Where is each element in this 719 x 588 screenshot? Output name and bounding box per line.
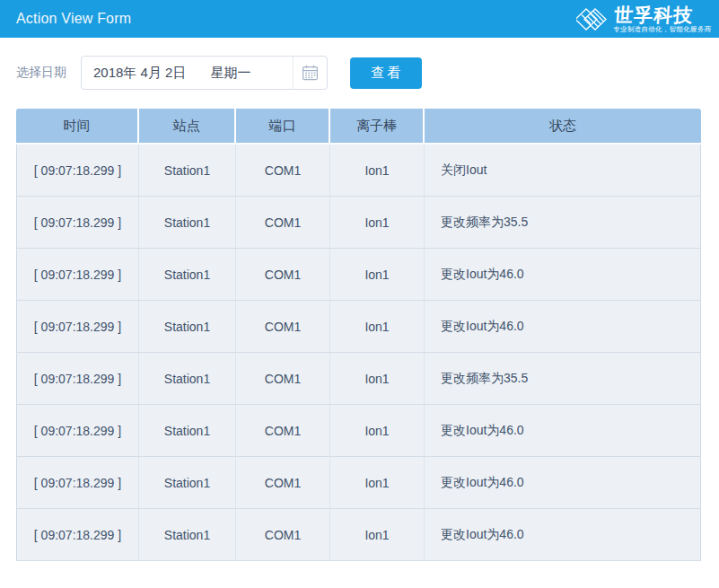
table-cell: COM1 [236,405,330,457]
calendar-button[interactable] [293,57,327,89]
brand-logo: 世孚科技 专业制造自动化，智能化服务商 [576,5,714,33]
table-cell: Ion1 [330,405,425,457]
table-cell: 更改Iout为46.0 [425,405,701,457]
action-log-table: 时间站点端口离子棒状态 [ 09:07:18.299 ]Station1COM1… [16,109,701,561]
table-row: [ 09:07:18.299 ]Station1COM1Ion1更改Iout为4… [16,509,701,561]
table-cell: 更改Iout为46.0 [425,509,701,561]
table-cell: [ 09:07:18.299 ] [16,145,139,197]
table-cell: COM1 [236,197,330,249]
table-cell: Station1 [139,509,236,561]
table-cell: [ 09:07:18.299 ] [16,197,139,249]
table-cell: 更改频率为35.5 [425,197,701,249]
table-cell: Ion1 [330,145,425,197]
table-cell: Ion1 [330,301,425,353]
table-row: [ 09:07:18.299 ]Station1COM1Ion1更改频率为35.… [16,197,701,249]
date-weekday: 星期一 [210,65,250,82]
table-cell: 更改频率为35.5 [425,353,701,405]
table-row: [ 09:07:18.299 ]Station1COM1Ion1更改Iout为4… [16,301,701,353]
table-cell: [ 09:07:18.299 ] [16,353,139,405]
table-cell: COM1 [236,509,330,561]
table-cell: COM1 [236,249,330,301]
table-cell: Ion1 [330,197,425,249]
table-cell: COM1 [236,301,330,353]
table-cell: 关闭Iout [425,145,701,197]
table-cell: Ion1 [330,353,425,405]
table-cell: Ion1 [330,249,425,301]
brand-diamond-icon [576,5,610,33]
table-cell: 更改Iout为46.0 [425,457,701,509]
table-cell: [ 09:07:18.299 ] [16,301,139,353]
date-label: 选择日期 [16,65,66,81]
table-cell: [ 09:07:18.299 ] [16,457,139,509]
table-cell: COM1 [236,457,330,509]
table-cell: 更改Iout为46.0 [425,301,701,353]
table-cell: Station1 [139,249,236,301]
calendar-icon [302,65,319,81]
table-header-row: 时间站点端口离子棒状态 [16,109,701,145]
column-header-2: 端口 [236,109,330,145]
table-cell: Station1 [139,197,236,249]
table-row: [ 09:07:18.299 ]Station1COM1Ion1更改Iout为4… [16,457,701,509]
table-cell: [ 09:07:18.299 ] [16,405,139,457]
table-body: [ 09:07:18.299 ]Station1COM1Ion1关闭Iout[ … [16,145,701,561]
filter-row: 选择日期 2018年 4月 2日 星期一 查看 [16,56,703,90]
column-header-1: 站点 [139,109,236,145]
table-cell: Station1 [139,145,236,197]
table-cell: [ 09:07:18.299 ] [16,249,139,301]
page-title: Action View Form [16,11,131,27]
view-button[interactable]: 查看 [350,57,422,89]
table-cell: Ion1 [330,509,425,561]
table-row: [ 09:07:18.299 ]Station1COM1Ion1更改频率为35.… [16,353,701,405]
column-header-3: 离子棒 [330,109,425,145]
table-cell: Station1 [139,405,236,457]
date-value: 2018年 4月 2日 [93,65,186,82]
date-input[interactable]: 2018年 4月 2日 星期一 [81,56,328,90]
column-header-4: 状态 [425,109,701,145]
table-cell: COM1 [236,353,330,405]
table-cell: Station1 [139,457,236,509]
table-cell: Station1 [139,301,236,353]
column-header-0: 时间 [16,109,139,145]
table-cell: Ion1 [330,457,425,509]
brand-name: 世孚科技 [613,5,713,24]
brand-tagline: 专业制造自动化，智能化服务商 [613,26,712,33]
table-row: [ 09:07:18.299 ]Station1COM1Ion1更改Iout为4… [16,405,701,457]
table-cell: COM1 [236,145,330,197]
table-cell: 更改Iout为46.0 [425,249,701,301]
table-cell: [ 09:07:18.299 ] [16,509,139,561]
table-row: [ 09:07:18.299 ]Station1COM1Ion1更改Iout为4… [16,249,701,301]
table-row: [ 09:07:18.299 ]Station1COM1Ion1关闭Iout [16,145,701,197]
brand-text: 世孚科技 专业制造自动化，智能化服务商 [613,5,713,33]
table-cell: Station1 [139,353,236,405]
header-bar: Action View Form 世孚科技 专业制造自动化，智能化服务商 [0,0,719,38]
